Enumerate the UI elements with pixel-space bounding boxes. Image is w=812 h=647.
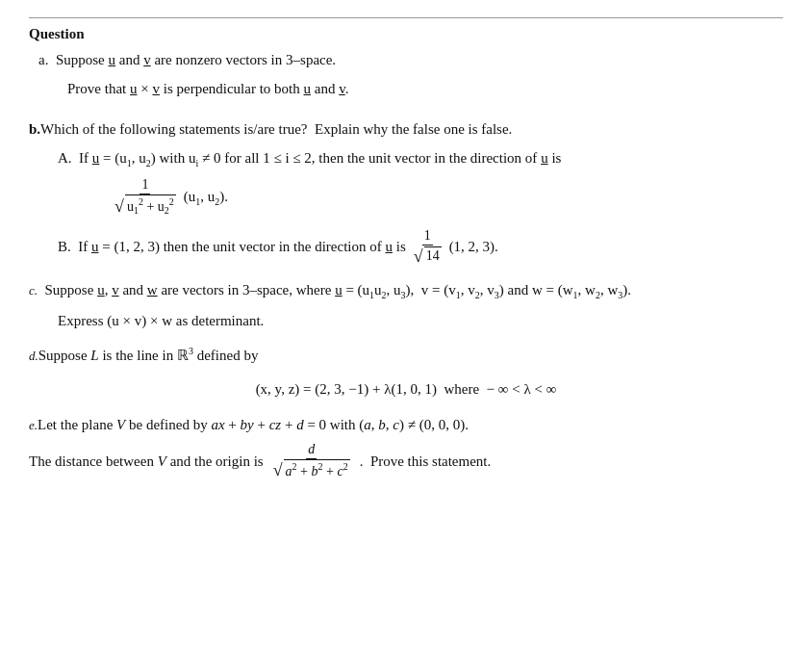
part-c-line1: c. Suppose u, v and w are vectors in 3–s…	[29, 278, 783, 303]
fraction-A: 1 √ u12 + u22	[113, 177, 178, 217]
part-b-B-line1: B. If u = (1, 2, 3) then the unit vector…	[58, 228, 783, 265]
part-d-line1: d.Suppose L is the line in ℝ3 defined by	[29, 344, 783, 367]
part-a-line2: Prove that u × v is perpendicular to bot…	[67, 77, 783, 100]
part-b-A: A. If u = (u1, u2) with ui ≠ 0 for all 1…	[58, 146, 783, 217]
part-e: e.Let the plane V be defined by ax + by …	[29, 413, 783, 480]
part-d: d.Suppose L is the line in ℝ3 defined by…	[29, 344, 783, 403]
part-c-line2: Express (u × v) × w as determinant.	[58, 309, 783, 332]
part-b-intro: b.Which of the following statements is/a…	[29, 117, 783, 141]
part-d-equation: (x, y, z) = (2, 3, −1) + λ(1, 0, 1) wher…	[29, 375, 783, 403]
part-a: a. Suppose u and v are nonzero vectors i…	[38, 48, 783, 100]
part-a-label: a.	[38, 52, 48, 67]
part-b-B: B. If u = (1, 2, 3) then the unit vector…	[58, 228, 783, 265]
part-a-line1: a. Suppose u and v are nonzero vectors i…	[38, 48, 783, 71]
top-border	[29, 17, 783, 18]
fraction-B: 1 √ 14	[412, 228, 444, 265]
part-e-line1: e.Let the plane V be defined by ax + by …	[29, 413, 783, 436]
part-e-line2: The distance between V and the origin is…	[29, 442, 783, 480]
part-b-A-line1: A. If u = (u1, u2) with ui ≠ 0 for all 1…	[58, 146, 783, 171]
part-c: c. Suppose u, v and w are vectors in 3–s…	[29, 278, 783, 332]
part-b-label: b.	[29, 121, 40, 137]
part-b: b.Which of the following statements is/a…	[29, 117, 783, 265]
part-d-label: d.	[29, 349, 38, 363]
fraction-E: d √ a2 + b2 + c2	[271, 442, 352, 480]
part-b-A-frac: 1 √ u12 + u22 (u1, u2).	[111, 177, 783, 217]
part-e-label: e.	[29, 418, 38, 432]
part-c-label: c.	[29, 283, 38, 298]
question-label: Question	[29, 26, 783, 42]
